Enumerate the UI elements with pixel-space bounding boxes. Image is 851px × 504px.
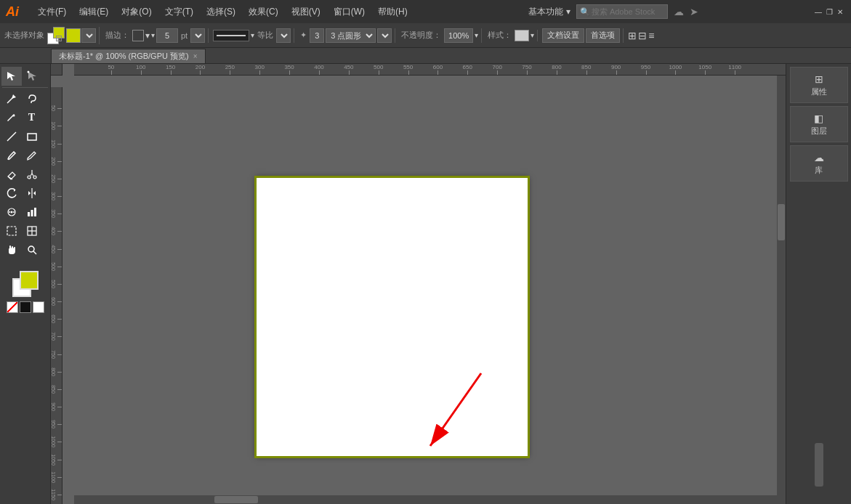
stroke-unit-dropdown[interactable]: ▾ (190, 28, 205, 43)
properties-icon: ⊞ (815, 73, 823, 85)
vertical-scrollbar[interactable] (777, 76, 786, 504)
ruler-corner (51, 64, 62, 76)
doc-settings-button[interactable]: 文档设置 (542, 28, 584, 43)
svg-marker-13 (28, 191, 31, 195)
preferences-button[interactable]: 首选项 (586, 28, 620, 43)
properties-panel-btn[interactable]: ⊞ 属性 (790, 67, 848, 103)
menu-t[interactable]: 文字(T) (159, 4, 199, 20)
close-button[interactable]: ✕ (835, 7, 845, 17)
menu-w[interactable]: 窗口(W) (328, 4, 371, 20)
layers-icon: ◧ (814, 113, 823, 124)
style-swatch[interactable] (515, 30, 529, 41)
more-icon[interactable]: ≡ (648, 30, 654, 41)
fill-stroke-swatches[interactable] (12, 271, 39, 297)
menu-c[interactable]: 效果(C) (243, 4, 284, 20)
svg-point-16 (10, 211, 12, 214)
symbol-btn[interactable] (1, 203, 22, 221)
horizontal-scrollbar[interactable] (74, 495, 777, 504)
stroke-unit: pt (180, 31, 189, 40)
libraries-panel-btn[interactable]: ☁ 库 (790, 145, 848, 182)
document-tab[interactable]: 未标题-1* @ 100% (RGB/GPU 预览) × (51, 49, 206, 63)
line-btn[interactable] (1, 127, 22, 146)
rotate-btn[interactable] (1, 184, 22, 203)
tool-row-blend (1, 184, 49, 203)
svg-line-4 (7, 132, 16, 141)
menu-s[interactable]: 选择(S) (201, 4, 241, 20)
svg-rect-19 (28, 212, 30, 216)
selection-tool-btn[interactable] (1, 67, 22, 86)
stroke-preview[interactable] (213, 30, 249, 41)
proportion-dropdown[interactable]: ▾ (276, 28, 291, 43)
menu-h[interactable]: 帮助(H) (372, 4, 414, 20)
lasso-btn[interactable] (22, 89, 42, 108)
none-swatch[interactable] (7, 301, 18, 313)
style-label: 样式： (486, 30, 513, 41)
opacity-input[interactable] (444, 28, 473, 43)
white-swatch[interactable] (33, 301, 44, 313)
minimize-button[interactable]: — (813, 7, 823, 17)
layers-label: 图层 (811, 126, 827, 137)
menu-o[interactable]: 对象(O) (116, 4, 157, 20)
search-input[interactable] (592, 7, 664, 16)
pen-btn[interactable] (1, 108, 22, 127)
tool-row-magic-lasso (1, 89, 49, 108)
pencil-btn[interactable] (22, 146, 42, 165)
menu-v[interactable]: 视图(V) (286, 4, 326, 20)
svg-rect-20 (31, 210, 33, 216)
stroke-fill-indicator[interactable]: ⊘ (47, 27, 65, 44)
tool-row-artboard (1, 221, 49, 240)
type-btn[interactable]: T (22, 108, 42, 127)
stroke-label: 描边： (104, 30, 131, 41)
workspace-dropdown[interactable]: 基本功能 ▾ (528, 6, 570, 18)
svg-rect-21 (34, 208, 36, 216)
vertical-ruler: 5010015020025030035040045050055060065070… (51, 87, 62, 504)
eraser-btn[interactable] (1, 165, 22, 184)
point-shape-dropdown2[interactable]: ▾ (377, 28, 392, 43)
brush-btn[interactable] (1, 146, 22, 165)
stroke-color[interactable] (132, 30, 144, 41)
graph-btn[interactable] (22, 203, 42, 221)
svg-point-3 (12, 115, 15, 117)
align-icon[interactable]: ⊟ (638, 30, 647, 41)
hand-btn[interactable] (1, 240, 22, 259)
black-swatch[interactable] (20, 301, 31, 313)
zoom-btn[interactable] (22, 240, 42, 259)
workspace-label: 基本功能 (528, 6, 563, 18)
magic-wand-btn[interactable] (1, 89, 22, 108)
reflect-btn[interactable] (22, 184, 42, 203)
workspace-chevron: ▾ (566, 7, 570, 17)
fill-selector[interactable]: ▾ (66, 28, 96, 43)
menu-f[interactable]: 文件(F) (32, 4, 72, 20)
properties-label: 属性 (811, 86, 827, 97)
slice-btn[interactable] (22, 221, 42, 240)
direct-select-btn[interactable] (22, 67, 42, 86)
libraries-label: 库 (815, 165, 823, 176)
point-count-input[interactable] (310, 28, 324, 43)
tool-row-select (1, 67, 49, 86)
scroll-thumb-h[interactable] (214, 496, 258, 503)
artboard-btn[interactable] (1, 221, 22, 240)
menu-bar: 文件(F)编辑(E)对象(O)文字(T)选择(S)效果(C)视图(V)窗口(W)… (32, 4, 414, 20)
rect-btn[interactable] (22, 127, 42, 146)
color-section (4, 265, 47, 316)
menu-e[interactable]: 编辑(E) (73, 4, 114, 20)
scissors-btn[interactable] (22, 165, 42, 184)
arrange-icon[interactable]: ⊞ (628, 30, 637, 41)
svg-point-18 (13, 211, 15, 213)
panel-collapse-handle[interactable] (815, 443, 823, 487)
options-toolbar: 未选择对象 ⊘ ▾ 描边： ▾ ▾ pt ▾ ▾ 等比 ▾ (0, 23, 851, 48)
maximize-button[interactable]: ❐ (824, 7, 834, 17)
point-shape-dropdown[interactable]: 3 点圆形 (326, 28, 376, 43)
tool-row-erase (1, 165, 49, 184)
opacity-chevron: ▾ (475, 31, 478, 39)
scroll-thumb-v[interactable] (778, 204, 785, 240)
canvas-scroll[interactable] (74, 76, 786, 504)
search-icon: 🔍 (580, 7, 590, 17)
stroke-size-input[interactable] (156, 28, 178, 43)
stroke-swatch[interactable] (20, 271, 39, 290)
stroke-size-arrow-down[interactable]: ▾ (151, 31, 155, 39)
tab-close-button[interactable]: × (193, 52, 198, 60)
extra-tools-group: ⊞ ⊟ ≡ (628, 30, 657, 41)
layers-panel-btn[interactable]: ◧ 图层 (790, 106, 848, 142)
fill-dropdown[interactable]: ▾ (81, 28, 96, 43)
